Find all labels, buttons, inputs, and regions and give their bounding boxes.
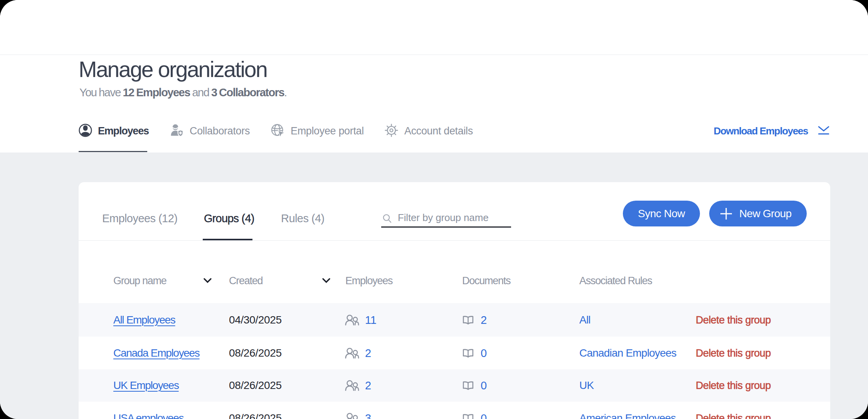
active-tab-underline [79, 151, 147, 152]
plus-icon [720, 207, 733, 220]
people-icon [345, 314, 359, 325]
top-bar [0, 0, 868, 55]
sort-group-name-icon[interactable] [203, 278, 212, 285]
col-associated-rules: Associated Rules [579, 275, 652, 287]
employees-cell: 11 [345, 313, 376, 326]
created-date: 04/30/2025 [229, 314, 282, 326]
card-tab-rules[interactable]: Rules (4) [281, 212, 325, 225]
group-name-link[interactable]: UK Employees [113, 379, 179, 392]
tab-label: Employees [98, 125, 149, 137]
card-divider [79, 240, 830, 241]
app-window: Manage organization You have 12 Employee… [0, 0, 868, 419]
created-date: 08/26/2025 [229, 379, 282, 392]
people-icon [345, 380, 359, 391]
associated-rule-link[interactable]: Canadian Employees [579, 347, 676, 359]
delete-group-button[interactable]: Delete this group [696, 314, 771, 326]
created-date: 08/26/2025 [229, 412, 282, 419]
download-label: Download Employees [714, 125, 808, 137]
table-row: USA employees 08/26/2025 3 [79, 402, 830, 419]
new-group-label: New Group [739, 208, 791, 220]
col-employees: Employees [345, 275, 392, 287]
employee-count-value[interactable]: 3 [365, 412, 371, 419]
sort-created-icon[interactable] [322, 278, 331, 285]
search-icon [382, 214, 392, 226]
collaborator-shield-icon [170, 123, 183, 139]
associated-rule-link[interactable]: American Employees [579, 412, 676, 419]
document-count-value[interactable]: 2 [481, 313, 487, 326]
tab-label: Account details [404, 125, 473, 137]
tab-employee-portal[interactable]: Employee portal [271, 117, 364, 145]
group-name-link[interactable]: USA employees [113, 412, 183, 419]
employee-count-value[interactable]: 2 [365, 379, 371, 392]
book-icon [462, 412, 474, 419]
page-subtitle: You have 12 Employees and 3 Collaborator… [79, 86, 287, 99]
associated-rule-link[interactable]: UK [579, 379, 594, 392]
col-group-name: Group name [113, 275, 167, 287]
collaborator-count: 3 Collaborators [211, 86, 284, 99]
subtitle-period: . [284, 86, 287, 99]
page-title: Manage organization [79, 57, 267, 82]
employee-count-value[interactable]: 2 [365, 347, 371, 359]
col-created: Created [229, 275, 262, 287]
subtitle-and: and [190, 86, 211, 99]
created-date: 08/26/2025 [229, 347, 282, 359]
sync-now-button[interactable]: Sync Now [623, 201, 700, 226]
tab-collaborators[interactable]: Collaborators [170, 117, 250, 145]
tab-account-details[interactable]: Account details [385, 117, 473, 145]
employees-cell: 2 [345, 379, 371, 392]
documents-cell: 0 [462, 347, 487, 359]
group-name-link[interactable]: All Employees [113, 314, 175, 326]
employee-count: 12 Employees [123, 86, 190, 99]
helm-icon [385, 124, 398, 139]
delete-group-button[interactable]: Delete this group [696, 412, 771, 419]
book-icon [462, 347, 474, 359]
tab-label: Employee portal [291, 125, 364, 137]
employee-count-value[interactable]: 11 [365, 313, 376, 326]
download-employees-button[interactable]: Download Employees [714, 117, 829, 145]
card-tab-employees[interactable]: Employees (12) [102, 212, 177, 225]
user-circle-icon [79, 124, 92, 139]
filter-input[interactable] [381, 205, 511, 228]
book-icon [462, 380, 474, 391]
documents-cell: 0 [462, 412, 487, 419]
documents-cell: 0 [462, 379, 487, 392]
col-documents: Documents [462, 275, 510, 287]
people-icon [345, 347, 359, 359]
document-count-value[interactable]: 0 [481, 412, 487, 419]
card-tab-groups[interactable]: Groups (4) [204, 212, 254, 225]
new-group-button[interactable]: New Group [709, 201, 807, 226]
delete-group-button[interactable]: Delete this group [696, 347, 771, 359]
document-count-value[interactable]: 0 [481, 379, 487, 392]
table-row: Canada Employees 08/26/2025 2 [79, 337, 830, 369]
associated-rule-link[interactable]: All [579, 314, 590, 326]
table-row: All Employees 04/30/2025 11 [79, 303, 830, 337]
download-chevron-icon [818, 126, 829, 136]
document-count-value[interactable]: 0 [481, 347, 487, 359]
documents-cell: 2 [462, 313, 487, 326]
delete-group-button[interactable]: Delete this group [696, 380, 771, 392]
people-icon [345, 412, 359, 419]
tab-label: Collaborators [190, 125, 250, 137]
book-icon [462, 314, 474, 325]
subtitle-prefix: You have [79, 86, 123, 99]
table-row: UK Employees 08/26/2025 2 [79, 369, 830, 402]
employees-cell: 3 [345, 412, 371, 419]
globe-cursor-icon [271, 124, 284, 139]
tab-employees[interactable]: Employees [79, 117, 149, 145]
group-name-link[interactable]: Canada Employees [113, 347, 200, 359]
screen: Manage organization You have 12 Employee… [0, 0, 868, 419]
filter-field [381, 205, 511, 228]
employees-cell: 2 [345, 347, 371, 359]
